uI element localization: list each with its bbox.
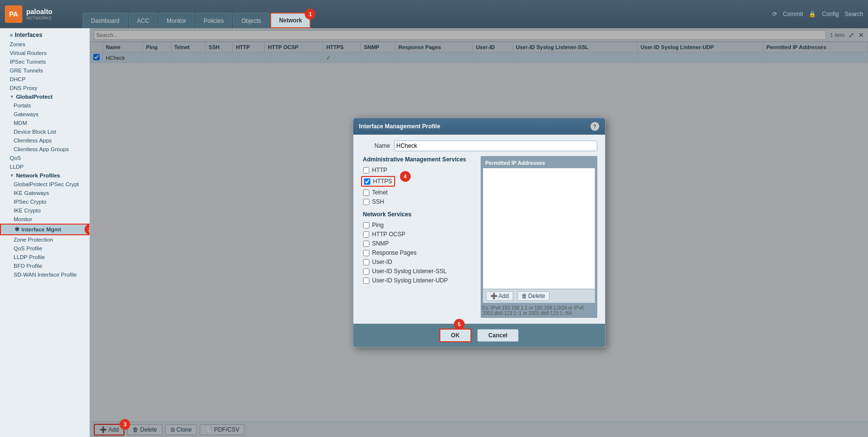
interfaces-icon: ≡ [10,32,13,38]
help-icon[interactable]: ? [590,122,599,131]
http-ocsp-checkbox-row: HTTP OCSP [361,231,477,238]
response-pages-checkbox[interactable] [363,250,369,256]
uid-ssl-checkbox-row: User-ID Syslog Listener-SSL [361,268,477,275]
sidebar-item-lldp[interactable]: LLDP [0,162,89,171]
telnet-label[interactable]: Telnet [372,189,388,196]
commit-button[interactable]: Commit [783,11,803,17]
cancel-button[interactable]: Cancel [477,329,519,342]
main-layout: ≡ Interfaces Zones Virtual Routers IPSec… [0,28,868,437]
sidebar: ≡ Interfaces Zones Virtual Routers IPSec… [0,28,90,437]
topbar: PA paloalto NETWORKS Dashboard ACC Monit… [0,0,868,28]
tab-objects[interactable]: Objects [233,13,269,28]
hint-text: Ex: IPv4 192.168.1.1 or 192.168.1.0/24 o… [483,305,595,316]
sidebar-item-lldp-profile[interactable]: LLDP Profile [0,253,89,262]
sidebar-item-dhcp[interactable]: DHCP [0,75,89,84]
sidebar-item-globalprotect[interactable]: ▼ GlobalProtect [0,92,89,101]
sidebar-item-device-block-list[interactable]: Device Block List [0,127,89,136]
nav-tabs: Dashboard ACC Monitor Policies Objects N… [83,0,772,28]
sidebar-item-gateways[interactable]: Gateways [0,110,89,119]
sidebar-item-interface-mgmt[interactable]: ✱ Interface Mgmt [0,224,89,235]
response-pages-checkbox-row: Response Pages [361,249,477,256]
uid-ssl-label[interactable]: User-ID Syslog Listener-SSL [372,268,447,275]
add-icon-small: ➕ [490,293,498,299]
ok-button[interactable]: OK [439,329,471,342]
sidebar-item-ipsec-crypto[interactable]: IPSec Crypto [0,197,89,206]
sidebar-item-ike-gateways[interactable]: IKE Gateways [0,189,89,197]
sidebar-item-mdm[interactable]: MDM [0,119,89,127]
user-id-checkbox[interactable] [363,259,369,265]
permitted-ip-header: Permitted IP Addresses [483,158,595,168]
sidebar-item-network-profiles[interactable]: ▼ Network Profiles [0,171,89,180]
logo-text: paloalto [26,8,52,16]
dialog: Interface Management Profile ? Name A [353,118,606,348]
http-checkbox[interactable] [363,167,369,174]
expand-icon-np: ▼ [10,173,14,178]
sidebar-item-clientless-app-groups[interactable]: Clientless App Groups [0,145,89,154]
snmp-checkbox[interactable] [363,241,369,247]
config-button[interactable]: Config [822,11,839,17]
tab-monitor[interactable]: Monitor [158,13,194,28]
logo-sub: NETWORKS [26,16,52,20]
sidebar-item-gre-tunnels[interactable]: GRE Tunnels [0,66,89,75]
name-label: Name [361,142,390,149]
tab-acc[interactable]: ACC [129,13,157,28]
user-id-label[interactable]: User-ID [372,259,392,265]
network-services-section: Network Services Ping HTTP OCSP [361,211,477,284]
dialog-left-panel: Administrative Management Services HTTP … [361,156,477,318]
sidebar-item-qos[interactable]: QoS [0,154,89,162]
refresh-icon[interactable]: ⟳ [772,11,777,17]
sidebar-item-dns-proxy[interactable]: DNS Proxy [0,84,89,92]
https-label[interactable]: HTTPS [373,178,392,185]
sidebar-item-monitor[interactable]: Monitor [0,215,89,224]
ping-label[interactable]: Ping [372,222,384,228]
https-checkbox-row: HTTPS [361,176,395,187]
ssh-checkbox[interactable] [363,199,369,205]
permitted-ip-list [483,168,595,289]
snmp-label[interactable]: SNMP [372,240,389,247]
http-ocsp-checkbox[interactable] [363,231,369,238]
sidebar-item-zone-protection[interactable]: Zone Protection [0,235,89,244]
ping-checkbox[interactable] [363,222,369,228]
tab-dashboard[interactable]: Dashboard [83,13,128,28]
permitted-ip-toolbar: ➕ Add 🗑 Delete [483,289,595,303]
sidebar-item-bfd-profile[interactable]: BFD Profile [0,262,89,270]
uid-ssl-checkbox[interactable] [363,268,369,275]
snmp-checkbox-row: SNMP [361,240,477,247]
delete-icon-small: 🗑 [521,293,527,299]
lock-icon[interactable]: 🔒 [809,11,816,17]
uid-udp-checkbox[interactable] [363,278,369,284]
dialog-header: Interface Management Profile ? [353,118,605,135]
sidebar-item-portals[interactable]: Portals [0,101,89,110]
admin-section-title: Administrative Management Services [361,156,477,163]
search-button[interactable]: Search [845,11,863,17]
sidebar-item-virtual-routers[interactable]: Virtual Routers [0,49,89,57]
permitted-ip-panel: Permitted IP Addresses ➕ Add 🗑 Delete [481,156,597,318]
dialog-body: Name Administrative Management Services … [353,135,605,324]
permitted-delete-button[interactable]: 🗑 Delete [517,291,550,301]
sidebar-item-ike-crypto[interactable]: IKE Crypto [0,206,89,215]
user-id-checkbox-row: User-ID [361,259,477,265]
http-label[interactable]: HTTP [372,167,387,174]
name-input[interactable] [394,140,597,151]
modal-overlay: Interface Management Profile ? Name A [90,28,868,437]
step-badge-5: 5 [454,319,465,330]
telnet-checkbox[interactable] [363,190,369,196]
step-badge-1: 1 [305,9,315,19]
sidebar-item-zones[interactable]: Zones [0,40,89,49]
sidebar-item-ipsec-tunnels[interactable]: IPSec Tunnels [0,57,89,66]
ssh-label[interactable]: SSH [372,198,384,205]
sidebar-item-clientless-apps[interactable]: Clientless Apps [0,136,89,145]
http-ocsp-label[interactable]: HTTP OCSP [372,231,405,238]
permitted-add-button[interactable]: ➕ Add [486,291,513,301]
sidebar-item-gp-ipsec[interactable]: GlobalProtect IPSec Crypt [0,180,89,189]
uid-udp-label[interactable]: User-ID Syslog Listener-UDP [372,277,448,284]
sidebar-item-qos-profile[interactable]: QoS Profile [0,244,89,253]
https-checkbox[interactable] [364,178,370,185]
expand-icon: ▼ [10,94,14,99]
name-row: Name [361,140,597,151]
step-badge-3: 3 [120,419,130,430]
sidebar-item-interfaces[interactable]: ≡ Interfaces [0,30,89,40]
sidebar-item-sdwan-interface[interactable]: SD-WAN Interface Profile [0,270,89,279]
response-pages-label[interactable]: Response Pages [372,249,417,256]
tab-policies[interactable]: Policies [195,13,232,28]
